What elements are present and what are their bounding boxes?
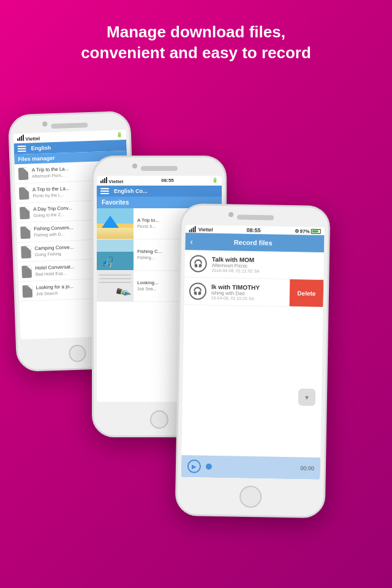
app-header-2: English Co... <box>97 186 222 197</box>
headphone-icon-2: 🎧 <box>189 282 206 300</box>
phones-container: Viettel 🔋 English Files manager A Trip t… <box>0 82 392 560</box>
record-title: Record files <box>197 238 310 247</box>
record-header: ‹ Record files <box>185 233 324 252</box>
player-time: 00:00 <box>300 465 314 471</box>
record-item-1[interactable]: 🎧 Talk with MOM Afternoon Picnic 2016-04… <box>184 250 324 280</box>
beach-thumbnail <box>97 208 134 239</box>
player-bar: ▶ 00:00 <box>181 455 321 480</box>
file-icon <box>21 246 31 258</box>
home-button-1[interactable] <box>69 344 86 362</box>
home-button-2[interactable] <box>150 410 168 429</box>
file-icon <box>19 187 29 200</box>
file-icon <box>21 265 32 278</box>
fishing-thumbnail: 🎣 <box>97 239 134 270</box>
file-icon <box>20 206 30 219</box>
delete-button[interactable]: Delete <box>290 279 324 307</box>
status-bar-2: Viettel 08:55 🔋 <box>97 176 222 186</box>
scroll-button[interactable]: ▼ <box>298 388 315 405</box>
hero-title: Manage download files, convenient and ea… <box>0 0 392 76</box>
record-list: 🎧 Talk with MOM Afternoon Picnic 2016-04… <box>184 250 325 307</box>
phone-3-screen: Viettel 08:55 ⚙ 97% ‹ Record files <box>181 225 325 480</box>
play-button[interactable]: ▶ <box>187 459 201 473</box>
record-item-2[interactable]: 🎧 lk with TIMOTHY ishing with Dad 16-04-… <box>184 277 324 307</box>
headphone-icon-1: 🎧 <box>190 255 207 272</box>
back-button[interactable]: ‹ <box>190 236 193 246</box>
file-icon <box>22 285 32 298</box>
carrier-1: Viettel <box>17 134 40 141</box>
app-title-1: English <box>31 142 123 151</box>
tent-icon <box>102 216 119 228</box>
home-button-3[interactable] <box>239 485 262 508</box>
app-title-2: English Co... <box>114 188 218 194</box>
file-icon <box>18 167 29 180</box>
phone-3: Viettel 08:55 ⚙ 97% ‹ Record files <box>175 203 331 518</box>
writing-thumbnail: ✒️ <box>97 271 134 301</box>
hamburger-1[interactable] <box>18 145 26 151</box>
hamburger-2[interactable] <box>100 188 109 194</box>
file-icon <box>20 226 31 239</box>
player-indicator <box>206 463 212 469</box>
